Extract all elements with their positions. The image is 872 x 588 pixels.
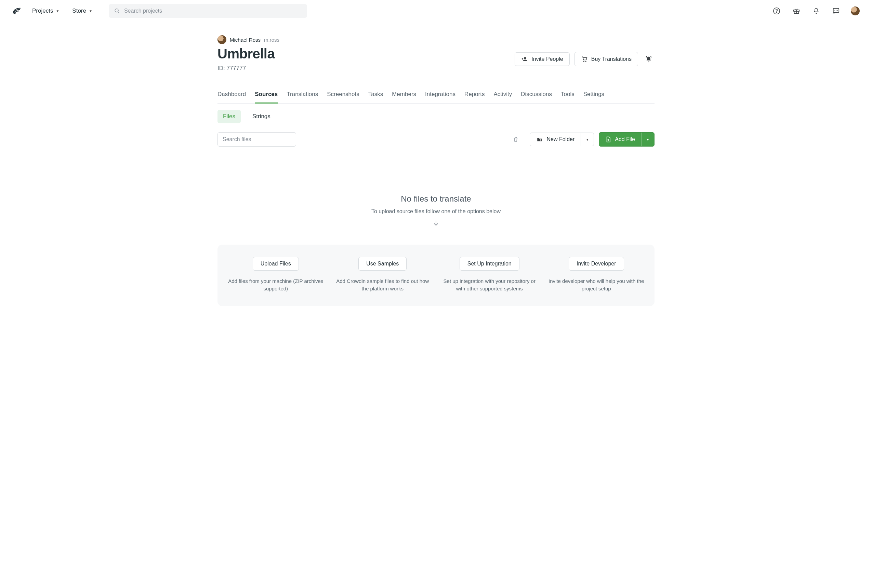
options-panel: Upload Files Add files from your machine… bbox=[218, 244, 654, 306]
nav-store[interactable]: Store ▼ bbox=[69, 5, 96, 17]
message-icon bbox=[832, 7, 840, 15]
tab-members[interactable]: Members bbox=[392, 87, 416, 103]
project-title: Umbrella bbox=[218, 46, 275, 62]
folder-add-icon bbox=[536, 136, 543, 142]
use-samples-desc: Add Crowdin sample files to find out how… bbox=[333, 278, 433, 292]
buy-translations-label: Buy Translations bbox=[591, 56, 631, 62]
tab-settings[interactable]: Settings bbox=[583, 87, 604, 103]
user-avatar[interactable] bbox=[851, 6, 860, 15]
title-row: Umbrella ID: 777777 Invite People bbox=[218, 46, 654, 72]
svg-point-0 bbox=[14, 13, 15, 14]
owner-avatar[interactable] bbox=[218, 35, 226, 44]
help-button[interactable] bbox=[771, 6, 782, 16]
search-icon bbox=[114, 8, 120, 14]
option-use-samples: Use Samples Add Crowdin sample files to … bbox=[333, 257, 433, 292]
svg-point-1 bbox=[115, 9, 118, 12]
invite-developer-desc: Invite developer who will help you with … bbox=[546, 278, 646, 292]
title-actions: Invite People Buy Translations bbox=[515, 52, 654, 66]
use-samples-label: Use Samples bbox=[366, 261, 399, 267]
owner-row: Michael Ross m.ross bbox=[218, 35, 654, 44]
notifications-button[interactable] bbox=[811, 6, 821, 16]
project-id: ID: 777777 bbox=[218, 65, 275, 72]
logo[interactable] bbox=[12, 6, 23, 16]
cart-icon bbox=[581, 56, 588, 63]
svg-line-2 bbox=[118, 12, 119, 13]
person-add-icon bbox=[521, 56, 528, 62]
owner-name[interactable]: Michael Ross bbox=[230, 37, 260, 43]
delete-button[interactable] bbox=[511, 134, 521, 145]
messages-button[interactable] bbox=[831, 6, 841, 16]
new-folder-label: New Folder bbox=[546, 136, 574, 142]
add-file-dropdown[interactable]: ▼ bbox=[641, 133, 654, 146]
svg-point-11 bbox=[837, 10, 838, 11]
new-folder-main[interactable]: New Folder bbox=[530, 133, 581, 146]
file-add-icon bbox=[605, 136, 612, 143]
option-setup-integration: Set Up Integration Set up integration wi… bbox=[439, 257, 540, 292]
sources-subtabs: Files Strings bbox=[218, 110, 654, 123]
setup-integration-desc: Set up integration with your repository … bbox=[439, 278, 540, 292]
global-search-input[interactable] bbox=[124, 8, 302, 14]
chevron-down-icon: ▼ bbox=[89, 9, 92, 13]
files-toolbar: New Folder ▼ Add File ▼ bbox=[218, 132, 654, 153]
arrow-down-icon bbox=[218, 219, 654, 227]
gift-button[interactable] bbox=[791, 6, 801, 16]
page-content: Michael Ross m.ross Umbrella ID: 777777 … bbox=[209, 22, 663, 320]
nav-store-label: Store bbox=[72, 8, 86, 14]
tab-sources[interactable]: Sources bbox=[255, 87, 278, 103]
svg-point-9 bbox=[834, 10, 835, 11]
search-files-input[interactable] bbox=[218, 132, 296, 147]
bell-ring-icon bbox=[645, 55, 652, 63]
nav-projects-label: Projects bbox=[32, 8, 53, 14]
add-file-main[interactable]: Add File bbox=[599, 133, 641, 146]
tab-tools[interactable]: Tools bbox=[561, 87, 574, 103]
invite-developer-button[interactable]: Invite Developer bbox=[569, 257, 624, 271]
add-file-button[interactable]: Add File ▼ bbox=[599, 132, 654, 147]
svg-point-16 bbox=[585, 61, 586, 62]
bell-icon bbox=[813, 7, 820, 15]
owner-handle: m.ross bbox=[264, 37, 280, 43]
use-samples-button[interactable]: Use Samples bbox=[358, 257, 407, 271]
nav-projects[interactable]: Projects ▼ bbox=[29, 5, 63, 17]
subtab-files[interactable]: Files bbox=[218, 110, 241, 123]
trash-icon bbox=[513, 136, 519, 143]
chevron-down-icon: ▼ bbox=[56, 9, 59, 13]
subtab-strings[interactable]: Strings bbox=[247, 110, 276, 123]
project-notifications-button[interactable] bbox=[643, 53, 654, 65]
chevron-down-icon: ▼ bbox=[586, 138, 589, 141]
invite-developer-label: Invite Developer bbox=[577, 261, 616, 267]
global-search[interactable] bbox=[109, 4, 307, 18]
tab-dashboard[interactable]: Dashboard bbox=[218, 87, 246, 103]
help-icon bbox=[773, 7, 780, 15]
main-tabs: Dashboard Sources Translations Screensho… bbox=[218, 87, 654, 104]
svg-point-10 bbox=[836, 10, 836, 11]
tab-reports[interactable]: Reports bbox=[465, 87, 485, 103]
upload-files-label: Upload Files bbox=[260, 261, 291, 267]
upload-files-button[interactable]: Upload Files bbox=[253, 257, 299, 271]
empty-title: No files to translate bbox=[218, 194, 654, 204]
gift-icon bbox=[793, 7, 800, 15]
option-invite-developer: Invite Developer Invite developer who wi… bbox=[546, 257, 646, 292]
svg-point-12 bbox=[524, 57, 526, 59]
topbar: Projects ▼ Store ▼ bbox=[0, 0, 872, 22]
tab-integrations[interactable]: Integrations bbox=[425, 87, 456, 103]
tab-screenshots[interactable]: Screenshots bbox=[327, 87, 359, 103]
tab-activity[interactable]: Activity bbox=[493, 87, 512, 103]
new-folder-button[interactable]: New Folder ▼ bbox=[530, 133, 594, 146]
chevron-down-icon: ▼ bbox=[646, 138, 650, 141]
invite-people-button[interactable]: Invite People bbox=[515, 52, 570, 66]
tab-translations[interactable]: Translations bbox=[287, 87, 318, 103]
upload-files-desc: Add files from your machine (ZIP archive… bbox=[226, 278, 326, 292]
svg-point-4 bbox=[776, 12, 777, 13]
empty-subtitle: To upload source files follow one of the… bbox=[218, 208, 654, 214]
tab-discussions[interactable]: Discussions bbox=[521, 87, 552, 103]
empty-state: No files to translate To upload source f… bbox=[218, 194, 654, 227]
invite-people-label: Invite People bbox=[531, 56, 563, 62]
add-file-label: Add File bbox=[615, 136, 635, 142]
setup-integration-label: Set Up Integration bbox=[468, 261, 511, 267]
option-upload-files: Upload Files Add files from your machine… bbox=[226, 257, 326, 292]
new-folder-dropdown[interactable]: ▼ bbox=[581, 133, 594, 146]
tab-tasks[interactable]: Tasks bbox=[368, 87, 383, 103]
setup-integration-button[interactable]: Set Up Integration bbox=[460, 257, 519, 271]
buy-translations-button[interactable]: Buy Translations bbox=[574, 52, 638, 66]
svg-point-15 bbox=[583, 61, 585, 62]
